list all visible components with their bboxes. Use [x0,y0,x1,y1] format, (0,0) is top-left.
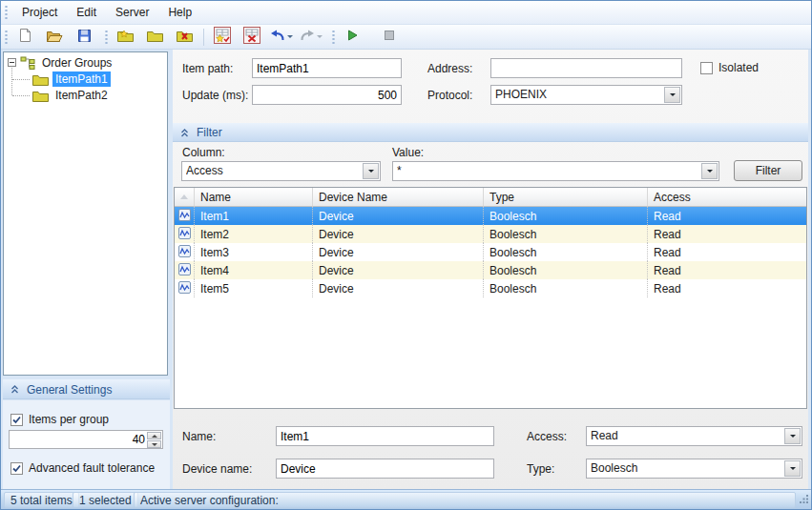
folder-icon [32,89,49,102]
toolbar-grip-handle-2[interactable] [105,30,108,45]
column-header-type[interactable]: Type [484,188,648,207]
items-per-group-checkbox[interactable] [10,414,23,426]
cell-device-name: Device [313,207,484,225]
dropdown-arrow-icon[interactable] [664,87,680,103]
column-header-device-name[interactable]: Device Name [313,188,484,207]
item-type-select[interactable]: Boolesch [586,459,802,479]
status-selected-count: 1 selected [73,492,138,508]
stepper-buttons [147,432,161,447]
dropdown-arrow-icon[interactable] [701,163,718,179]
redo-dropdown-caret[interactable] [317,35,323,38]
isolated-checkbox[interactable] [700,62,713,74]
device-name-input[interactable] [277,459,493,478]
group-tree: Order Groups ItemPath1 ItemPath2 [3,51,168,376]
start-server-button[interactable] [340,27,364,48]
table-row[interactable]: Item1 Device Boolesch Read [175,207,806,225]
resize-grip-icon[interactable] [799,494,809,507]
tree-root-label: Order Groups [39,55,115,71]
table-row[interactable]: Item4 Device Boolesch Read [175,261,806,279]
device-name-field-box [276,459,494,479]
menu-item-project[interactable]: Project [12,2,67,23]
filter-header[interactable]: Filter [173,123,808,142]
cell-access: Read [648,261,806,279]
add-item-icon [214,27,231,47]
status-active-config: Active server configuration: [134,492,796,508]
redo-button[interactable] [299,27,316,48]
cell-device-name: Device [313,225,484,243]
address-input[interactable] [491,59,681,77]
table-row[interactable]: Item3 Device Boolesch Read [175,243,806,261]
order-groups-icon [20,56,35,70]
general-settings-title: General Settings [27,383,112,397]
item-access-label: Access: [527,430,567,443]
item-path-input[interactable] [253,59,401,77]
column-header-access[interactable]: Access [648,188,806,207]
filter-button[interactable]: Filter [734,160,802,181]
update-ms-label: Update (ms): [182,89,248,102]
filter-column-label: Column: [182,146,225,159]
item-name-label: Name: [182,430,216,443]
item-name-input[interactable] [277,427,493,445]
tree-item-itempath1[interactable]: ItemPath1 [32,71,111,87]
protocol-value: PHOENIX [495,88,662,101]
toolbar-grip-handle-3[interactable] [332,30,335,45]
collapse-chevron-icon[interactable] [180,129,189,137]
item-access-select[interactable]: Read [586,426,802,446]
toolbar [1,25,811,50]
play-icon [345,29,359,45]
sort-corner-header[interactable] [175,188,195,207]
protocol-select[interactable]: PHOENIX [490,85,682,105]
tree-expander-icon[interactable] [8,58,16,67]
table-row[interactable]: Item2 Device Boolesch Read [175,225,806,243]
filter-column-select[interactable]: Access [181,161,381,181]
collapse-chevron-icon[interactable] [10,385,19,394]
dropdown-arrow-icon[interactable] [784,460,801,477]
menu-item-help[interactable]: Help [158,2,201,23]
update-ms-input[interactable] [253,86,401,104]
items-per-group-input[interactable] [11,432,145,447]
undo-dropdown-caret[interactable] [287,35,293,38]
item-wave-icon [178,227,191,242]
undo-button[interactable] [269,27,286,48]
menu-item-edit[interactable]: Edit [67,2,106,23]
tree-item-itempath2[interactable]: ItemPath2 [32,87,111,103]
dropdown-arrow-icon[interactable] [784,428,801,444]
advanced-fault-tolerance-checkbox[interactable] [10,462,23,475]
stepper-down-button[interactable] [147,440,161,448]
new-button[interactable] [12,27,37,48]
group-folder-button[interactable] [142,27,167,48]
add-group-button[interactable] [113,27,137,48]
cell-access: Read [648,207,806,225]
stop-server-button[interactable] [377,27,402,48]
filter-value-label: Value: [392,146,424,159]
item-name-field-box [276,426,494,446]
advanced-fault-tolerance-label: Advanced fault tolerance [29,461,155,475]
cell-type: Boolesch [484,261,648,279]
items-per-group-stepper[interactable] [9,430,163,449]
delete-item-button[interactable] [239,27,264,48]
cell-name: Item4 [195,261,313,279]
add-item-button[interactable] [210,27,235,48]
menu-grip-handle[interactable] [5,5,8,20]
general-settings-header[interactable]: General Settings [3,379,170,399]
delete-item-icon [243,27,260,47]
filter-title: Filter [197,126,222,139]
update-ms-field-box [252,85,402,105]
dropdown-arrow-icon[interactable] [363,163,379,179]
open-button[interactable] [42,27,67,48]
general-settings-panel: Items per group Advanced fault tolerance [3,400,170,490]
tree-connector [12,79,30,80]
column-header-name[interactable]: Name [195,188,313,207]
item-path-field-box [252,58,402,78]
undo-icon [270,29,285,45]
delete-group-folder-icon [177,29,193,45]
save-floppy-icon [77,29,92,46]
tree-root-order-groups[interactable]: Order Groups [8,54,115,71]
toolbar-grip-handle[interactable] [5,30,8,45]
filter-value-combobox[interactable]: * [392,161,719,181]
table-row[interactable]: Item5 Device Boolesch Read [175,279,806,297]
delete-group-button[interactable] [172,27,197,48]
menu-item-server[interactable]: Server [106,2,158,23]
stepper-up-button[interactable] [147,432,161,439]
save-button[interactable] [72,27,96,48]
